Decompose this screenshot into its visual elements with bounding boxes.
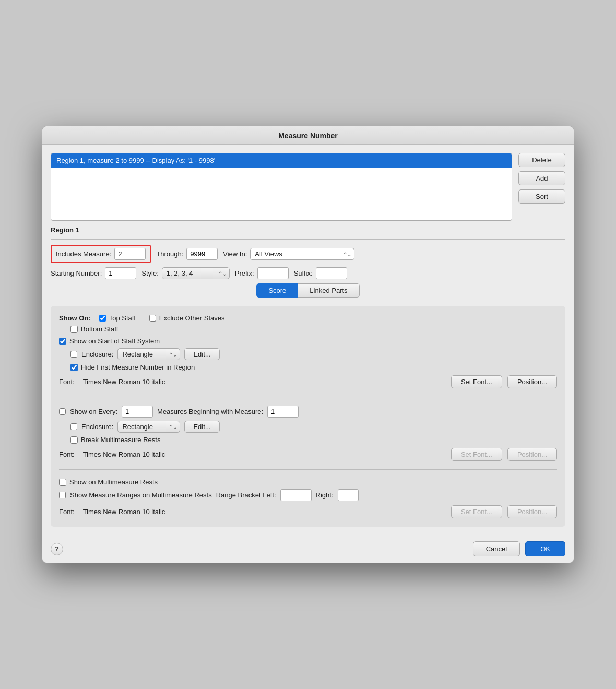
enclosure-row-1: Enclosure: Rectangle ⌃⌄ Edit... bbox=[70, 348, 557, 360]
hide-first-label: Hide First Measure Number in Region bbox=[81, 363, 195, 371]
range-bracket-left-input[interactable] bbox=[280, 489, 312, 501]
region-list[interactable]: Region 1, measure 2 to 9999 -- Display A… bbox=[51, 153, 512, 221]
position-button-2[interactable]: Position... bbox=[507, 448, 557, 461]
font-row-3: Font: Times New Roman 10 italic Set Font… bbox=[59, 505, 557, 518]
top-staff-group: Top Staff bbox=[99, 314, 136, 322]
section-show-every: Show on Every: Measures Beginning with M… bbox=[59, 406, 557, 470]
show-on-multi-checkbox[interactable] bbox=[59, 479, 66, 486]
font-row-1: Font: Times New Roman 10 italic Set Font… bbox=[59, 375, 557, 388]
exclude-other-staves-checkbox[interactable] bbox=[149, 315, 156, 322]
style-select[interactable]: 1, 2, 3, 4 bbox=[162, 267, 230, 279]
view-in-group: View In: All Views ⌃⌄ bbox=[223, 248, 354, 260]
enclosure-edit-button-1[interactable]: Edit... bbox=[184, 348, 219, 360]
show-every-row: Show on Every: Measures Beginning with M… bbox=[59, 406, 557, 418]
enclosure-select-wrapper-2: Rectangle ⌃⌄ bbox=[117, 421, 180, 433]
starting-number-input[interactable] bbox=[105, 267, 136, 279]
section-multimeasure: Show on Multimeasure Rests Show Measure … bbox=[59, 478, 557, 518]
suffix-group: Suffix: bbox=[294, 267, 347, 279]
show-every-checkbox[interactable] bbox=[59, 408, 66, 415]
set-font-button-2[interactable]: Set Font... bbox=[451, 448, 502, 461]
show-on-start-label: Show on Start of Staff System bbox=[69, 337, 160, 345]
through-group: Through: bbox=[156, 248, 218, 260]
main-panel: Show On: Top Staff Exclude Other Staves … bbox=[51, 306, 565, 527]
position-button-1[interactable]: Position... bbox=[507, 375, 557, 388]
exclude-other-staves-group: Exclude Other Staves bbox=[149, 314, 225, 322]
break-multimeasure-label: Break Multimeasure Rests bbox=[81, 436, 160, 444]
side-buttons: Delete Add Sort bbox=[518, 153, 565, 221]
position-button-3[interactable]: Position... bbox=[507, 505, 557, 518]
region-list-item[interactable]: Region 1, measure 2 to 9999 -- Display A… bbox=[51, 153, 512, 168]
bottom-bar: ? Cancel OK bbox=[42, 535, 574, 563]
enclosure-label-2: Enclosure: bbox=[81, 423, 113, 431]
includes-measure-label: Includes Measure: bbox=[56, 250, 111, 258]
region-label: Region 1 bbox=[51, 226, 565, 234]
suffix-label: Suffix: bbox=[294, 269, 313, 277]
prefix-label: Prefix: bbox=[235, 269, 254, 277]
bottom-staff-row: Bottom Staff bbox=[70, 325, 557, 333]
font-info-2: Times New Roman 10 italic bbox=[83, 450, 165, 458]
section-show-on: Show On: Top Staff Exclude Other Staves … bbox=[59, 314, 557, 397]
font-row-2: Font: Times New Roman 10 italic Set Font… bbox=[59, 448, 557, 461]
enclosure-checkbox-1[interactable] bbox=[70, 351, 77, 358]
break-multimeasure-row: Break Multimeasure Rests bbox=[70, 436, 557, 444]
font-label-2: Font: bbox=[59, 450, 75, 458]
range-bracket-left-label: Range Bracket Left: bbox=[216, 491, 276, 499]
tabs-row: Score Linked Parts bbox=[51, 283, 565, 298]
exclude-other-staves-label: Exclude Other Staves bbox=[159, 314, 225, 322]
ok-button[interactable]: OK bbox=[525, 541, 565, 556]
enclosure-select-2[interactable]: Rectangle bbox=[117, 421, 180, 433]
show-on-start-checkbox[interactable] bbox=[59, 338, 66, 345]
bottom-right-buttons: Cancel OK bbox=[473, 541, 565, 556]
sort-button[interactable]: Sort bbox=[518, 189, 565, 204]
show-on-multi-row: Show on Multimeasure Rests bbox=[59, 478, 557, 486]
style-group: Style: 1, 2, 3, 4 ⌃⌄ bbox=[141, 267, 230, 279]
show-every-input[interactable] bbox=[122, 406, 153, 418]
bottom-staff-checkbox[interactable] bbox=[70, 326, 78, 333]
tab-score[interactable]: Score bbox=[256, 283, 298, 298]
show-on-multi-label: Show on Multimeasure Rests bbox=[69, 478, 158, 486]
right-input[interactable] bbox=[338, 489, 359, 501]
enclosure-checkbox-2[interactable] bbox=[70, 423, 77, 430]
help-button[interactable]: ? bbox=[51, 543, 63, 555]
delete-button[interactable]: Delete bbox=[518, 153, 565, 167]
right-label: Right: bbox=[316, 491, 334, 499]
bottom-staff-label: Bottom Staff bbox=[81, 325, 118, 333]
cancel-button[interactable]: Cancel bbox=[473, 541, 520, 556]
dialog-title: Measure Number bbox=[278, 132, 338, 140]
top-staff-label: Top Staff bbox=[109, 314, 136, 322]
set-font-button-1[interactable]: Set Font... bbox=[451, 375, 502, 388]
prefix-input[interactable] bbox=[257, 267, 289, 279]
font-buttons-2: Set Font... Position... bbox=[451, 448, 557, 461]
font-info-3: Times New Roman 10 italic bbox=[83, 508, 165, 516]
style-select-wrapper: 1, 2, 3, 4 ⌃⌄ bbox=[162, 267, 230, 279]
font-label-1: Font: bbox=[59, 378, 75, 386]
suffix-input[interactable] bbox=[316, 267, 347, 279]
view-in-select[interactable]: All Views bbox=[250, 248, 354, 260]
includes-measure-group: Includes Measure: bbox=[51, 245, 151, 263]
enclosure-edit-button-2[interactable]: Edit... bbox=[184, 421, 219, 433]
separator-1 bbox=[51, 239, 565, 240]
set-font-button-3[interactable]: Set Font... bbox=[451, 505, 502, 518]
fields-row-2: Starting Number: Style: 1, 2, 3, 4 ⌃⌄ Pr… bbox=[51, 267, 565, 279]
show-on-label: Show On: bbox=[59, 314, 91, 322]
top-staff-checkbox[interactable] bbox=[99, 315, 106, 322]
show-ranges-checkbox[interactable] bbox=[59, 492, 66, 498]
through-input[interactable] bbox=[186, 248, 218, 260]
font-info-1: Times New Roman 10 italic bbox=[83, 378, 165, 386]
break-multimeasure-checkbox[interactable] bbox=[70, 436, 78, 444]
top-section: Region 1, measure 2 to 9999 -- Display A… bbox=[51, 153, 565, 221]
measures-beginning-label: Measures Beginning with Measure: bbox=[157, 408, 263, 415]
beginning-measure-input[interactable] bbox=[267, 406, 299, 418]
tab-linked-parts[interactable]: Linked Parts bbox=[298, 283, 359, 298]
hide-first-row: Hide First Measure Number in Region bbox=[70, 363, 557, 371]
includes-measure-input[interactable] bbox=[114, 248, 146, 260]
enclosure-select-1[interactable]: Rectangle bbox=[117, 348, 180, 360]
dialog-title-bar: Measure Number bbox=[42, 126, 574, 145]
hide-first-checkbox[interactable] bbox=[70, 364, 78, 371]
starting-number-label: Starting Number: bbox=[51, 269, 102, 277]
add-button[interactable]: Add bbox=[518, 171, 565, 185]
through-label: Through: bbox=[156, 250, 183, 258]
font-buttons-3: Set Font... Position... bbox=[451, 505, 557, 518]
measure-number-dialog: Measure Number Region 1, measure 2 to 99… bbox=[42, 126, 574, 563]
starting-number-group: Starting Number: bbox=[51, 267, 136, 279]
